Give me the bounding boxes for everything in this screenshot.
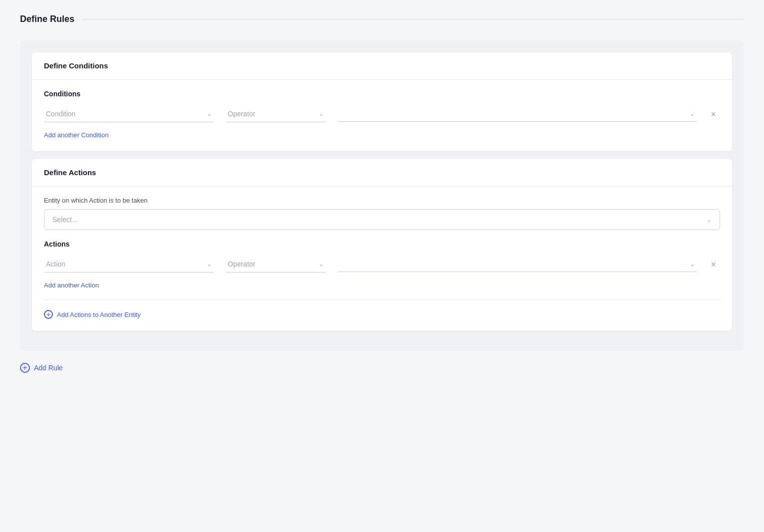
entity-select-dropdown[interactable]: Select... ⌄	[44, 209, 720, 230]
page-title: Define Rules	[20, 14, 74, 24]
actions-section-header: Define Actions	[32, 159, 732, 187]
remove-action-button[interactable]: ×	[707, 258, 720, 271]
action-operator-label: Operator	[228, 260, 255, 268]
condition-label: Condition	[46, 110, 75, 118]
add-rule-plus-icon: +	[20, 363, 30, 373]
value-dropdown[interactable]: ⌄	[338, 106, 697, 122]
conditions-subsection-title: Conditions	[44, 90, 720, 98]
remove-condition-button[interactable]: ×	[707, 108, 720, 121]
operator-label: Operator	[228, 110, 255, 118]
action-row: Action ⌄ Operator ⌄ ⌄ ×	[44, 256, 720, 272]
condition-row: Condition ⌄ Operator ⌄ ⌄ ×	[44, 106, 720, 122]
define-conditions-card: Define Conditions Conditions Condition ⌄…	[32, 52, 732, 151]
add-rule-label: Add Rule	[34, 364, 63, 372]
actions-section-title: Define Actions	[44, 168, 96, 177]
operator-chevron-icon: ⌄	[319, 110, 324, 117]
actions-divider	[44, 299, 720, 300]
add-action-button[interactable]: Add another Action	[44, 281, 99, 289]
main-card: Define Conditions Conditions Condition ⌄…	[20, 40, 744, 351]
add-entity-button[interactable]: + Add Actions to Another Entity	[44, 310, 141, 319]
actions-section-body: Entity on which Action is to be taken Se…	[32, 187, 732, 331]
condition-chevron-icon: ⌄	[207, 110, 212, 117]
add-entity-plus-icon: +	[44, 310, 53, 319]
conditions-section-body: Conditions Condition ⌄ Operator ⌄ ⌄	[32, 80, 732, 151]
conditions-section-header: Define Conditions	[32, 52, 732, 80]
entity-select-chevron-icon: ⌄	[707, 216, 712, 223]
entity-select-placeholder: Select...	[52, 216, 78, 224]
action-value-dropdown[interactable]: ⌄	[338, 257, 697, 272]
action-label: Action	[46, 260, 65, 268]
action-value-chevron-icon: ⌄	[690, 261, 695, 267]
operator-dropdown[interactable]: Operator ⌄	[226, 106, 326, 122]
add-condition-button[interactable]: Add another Condition	[44, 131, 108, 139]
add-entity-label: Add Actions to Another Entity	[57, 311, 141, 318]
action-operator-dropdown[interactable]: Operator ⌄	[226, 256, 326, 272]
condition-dropdown[interactable]: Condition ⌄	[44, 106, 214, 122]
add-rule-button[interactable]: + Add Rule	[20, 363, 63, 373]
define-actions-card: Define Actions Entity on which Action is…	[32, 159, 732, 331]
entity-label: Entity on which Action is to be taken	[44, 197, 720, 204]
conditions-section-title: Define Conditions	[44, 61, 108, 70]
value-chevron-icon: ⌄	[690, 110, 695, 117]
page-header: Define Rules	[20, 10, 744, 24]
header-divider	[82, 19, 744, 19]
actions-subsection-title: Actions	[44, 240, 720, 248]
action-operator-chevron-icon: ⌄	[319, 261, 324, 267]
action-dropdown[interactable]: Action ⌄	[44, 256, 214, 272]
add-rule-section: + Add Rule	[20, 363, 744, 373]
action-chevron-icon: ⌄	[207, 261, 212, 267]
